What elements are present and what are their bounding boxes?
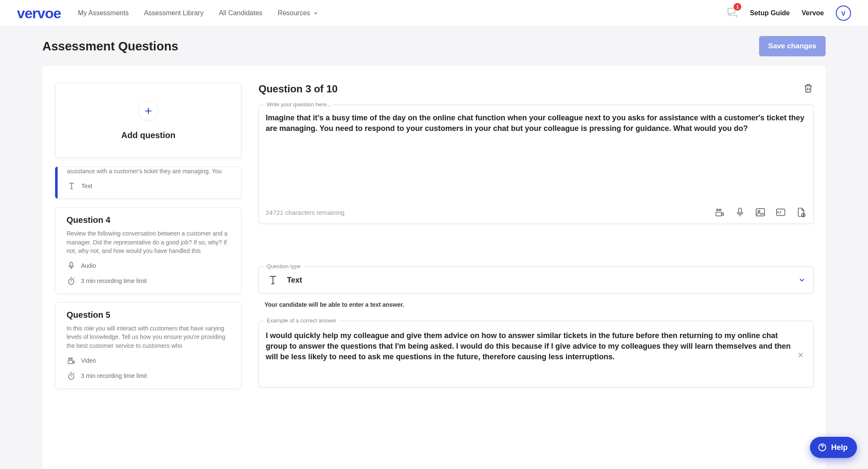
svg-rect-4 (68, 361, 73, 364)
upload-file-icon[interactable] (796, 207, 807, 218)
svg-rect-0 (70, 262, 72, 266)
code-icon[interactable] (775, 207, 786, 218)
close-icon (797, 352, 804, 358)
example-answer-field: Example of a correct answer (259, 321, 814, 388)
add-question-button[interactable]: + Add question (55, 83, 242, 158)
logo[interactable]: vervoe (17, 5, 61, 22)
example-answer-input[interactable] (266, 330, 792, 381)
svg-point-1 (69, 279, 74, 285)
nav-my-assessments[interactable]: My Assessments (78, 9, 129, 17)
user-name: Vervoe (802, 9, 824, 17)
help-button[interactable]: Help (810, 437, 857, 458)
delete-question-button[interactable] (803, 83, 814, 95)
trash-icon (803, 83, 814, 94)
question-card-3-desc: assistance with a customer's ticket they… (67, 167, 232, 175)
question-card-4-limit: 3 min recording time limit (81, 278, 147, 284)
microphone-icon (67, 261, 76, 270)
question-card-4-title: Question 4 (67, 215, 232, 225)
question-card-5[interactable]: Question 5 In this role you will interac… (55, 302, 242, 389)
clear-answer-button[interactable] (797, 352, 807, 360)
chevron-down-icon (798, 276, 806, 284)
example-answer-legend: Example of a correct answer (264, 317, 339, 324)
nav-resources[interactable]: Resources (278, 9, 318, 17)
stopwatch-icon (67, 371, 76, 380)
question-card-4-desc: Review the following conversation betwee… (67, 229, 232, 255)
plus-icon: + (145, 104, 152, 118)
question-card-4[interactable]: Question 4 Review the following conversa… (55, 207, 242, 294)
question-card-5-desc: In this role you will interact with cust… (67, 324, 232, 350)
question-type-select[interactable]: Question type Text (259, 266, 814, 294)
question-heading: Question 3 of 10 (259, 83, 338, 95)
svg-point-3 (71, 358, 72, 360)
nav-all-candidates[interactable]: All Candidates (219, 9, 262, 17)
question-type-legend: Question type (264, 263, 303, 269)
question-card-5-title: Question 5 (67, 310, 232, 320)
question-card-3[interactable]: assistance with a customer's ticket they… (55, 167, 242, 199)
question-text-legend: Write your question here... (264, 101, 334, 108)
add-question-label: Add question (121, 130, 175, 140)
text-icon (67, 181, 76, 191)
question-type-helper: Your candidate will be able to enter a t… (259, 298, 814, 321)
help-label: Help (831, 443, 848, 452)
svg-point-7 (719, 209, 721, 211)
avatar[interactable]: V (836, 6, 851, 21)
question-card-5-type: Video (81, 357, 96, 364)
question-card-3-type: Text (81, 183, 92, 189)
video-icon (67, 356, 76, 365)
nav-resources-label: Resources (278, 9, 310, 17)
question-text-input[interactable] (266, 113, 807, 202)
add-icon-circle: + (138, 101, 159, 121)
save-changes-button[interactable]: Save changes (759, 36, 826, 56)
svg-rect-8 (716, 212, 721, 216)
help-icon (818, 443, 827, 452)
question-text-field: Write your question here... 24721 charac… (259, 105, 814, 224)
notifications-button[interactable]: 1 (726, 6, 738, 20)
svg-point-2 (69, 358, 70, 360)
nav-assessment-library[interactable]: Assessment Library (144, 9, 204, 17)
characters-remaining: 24721 characters remaining (266, 209, 345, 216)
svg-rect-9 (739, 208, 742, 213)
question-card-4-type: Audio (81, 262, 96, 269)
text-type-icon (267, 274, 279, 286)
question-card-5-limit: 3 min recording time limit (81, 372, 147, 379)
page-title: Assessment Questions (42, 39, 178, 53)
chevron-down-icon (313, 10, 319, 16)
stopwatch-icon (67, 276, 76, 286)
record-video-icon[interactable] (714, 207, 725, 218)
question-type-value: Text (287, 276, 302, 285)
notification-badge: 1 (734, 3, 741, 11)
image-icon[interactable] (755, 207, 766, 218)
svg-rect-10 (756, 208, 765, 216)
svg-point-6 (716, 209, 718, 211)
svg-point-5 (69, 374, 74, 379)
setup-guide-link[interactable]: Setup Guide (750, 9, 790, 17)
record-audio-icon[interactable] (734, 207, 746, 218)
